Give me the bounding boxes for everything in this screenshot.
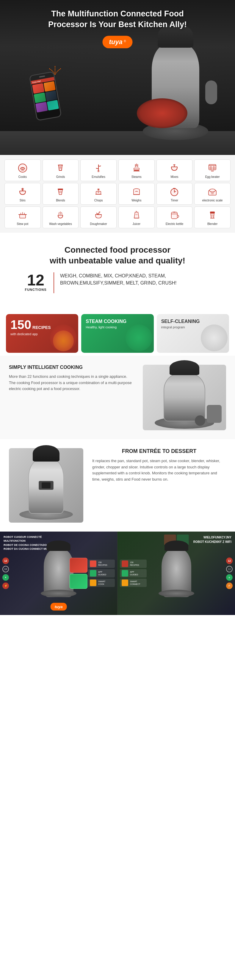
right-mini-card-3: SMARTCONNECT bbox=[120, 579, 147, 587]
weighs-label: Weighs bbox=[131, 199, 141, 202]
svg-point-6 bbox=[98, 191, 99, 193]
right-icon-3: + bbox=[226, 574, 233, 581]
blender-icon bbox=[207, 209, 218, 221]
clean-title: SELF-CLEANING bbox=[161, 318, 225, 324]
right-mini-card-1: 150RECIPES bbox=[120, 560, 147, 568]
egg-beater-icon bbox=[207, 162, 218, 174]
electronic-scale-label: electronic scale bbox=[202, 199, 223, 202]
collage-right-icons: 12 10 + P bbox=[226, 557, 233, 589]
hero-title: The Multifunction Connected Food Process… bbox=[48, 8, 187, 30]
svg-point-12 bbox=[136, 214, 138, 215]
weighs-icon bbox=[131, 186, 142, 197]
wash-vegetables-label: Wash vegetables bbox=[49, 222, 72, 226]
clean-content: SELF-CLEANING integral program bbox=[157, 314, 229, 333]
grinds-label: Grinds bbox=[56, 175, 65, 178]
recipes-number: 150 bbox=[10, 318, 31, 331]
grinds-icon bbox=[54, 162, 66, 174]
collage-right-panel: WIELOFUNKCYJNY ROBOT KUCHENNÝ Z WIFI 12 … bbox=[118, 531, 235, 615]
timer-label: Timer bbox=[171, 199, 178, 202]
feature-cards-section: 150 RECIPES with dedicated app STEAM COO… bbox=[0, 311, 235, 356]
wash-vegetables-icon bbox=[54, 209, 66, 221]
svg-rect-3 bbox=[134, 168, 139, 170]
collage-left-icons: 12 10 + ⚡ bbox=[2, 557, 9, 589]
tuya-logo: tuya ® bbox=[103, 36, 132, 48]
collage-left-panel: ROBOT CUISEUR CONNECTÉ MULTIFONCTION ROB… bbox=[0, 531, 118, 615]
mini-card-2: APPGUIDED bbox=[88, 569, 115, 578]
stirs-icon bbox=[17, 186, 28, 197]
emulsifies-label: Emulsifies bbox=[91, 175, 105, 178]
recipes-label: RECIPES bbox=[32, 325, 50, 330]
emulsifies-icon bbox=[93, 162, 104, 174]
blender-label: Blender bbox=[207, 222, 218, 226]
steam-content: STEAM COOKING Healthy, light cooking bbox=[81, 314, 153, 333]
left-icon-3: + bbox=[2, 574, 9, 581]
clean-sub: integral program bbox=[161, 325, 225, 329]
right-mini-img-1 bbox=[121, 560, 128, 567]
intelligent-product-image bbox=[143, 365, 226, 430]
feature-card-clean: SELF-CLEANING integral program bbox=[157, 314, 229, 353]
intelligent-section: SIMPLY INTELLIGENT COOKING More than 22 … bbox=[0, 356, 235, 439]
recipes-content: 150 RECIPES with dedicated app bbox=[6, 314, 78, 340]
right-icon-2: 10 bbox=[226, 566, 233, 573]
tuya-badge-left: tuya bbox=[50, 603, 67, 611]
function-doughmaker: Doughmaker bbox=[80, 207, 117, 228]
blends-label: Blends bbox=[56, 199, 65, 202]
function-juicer: Juicer bbox=[118, 207, 155, 228]
function-wash-vegetables: Wash vegetables bbox=[43, 207, 79, 228]
right-mini-text-1: 150RECIPES bbox=[130, 561, 139, 566]
hero-phone: Cosy chef bbox=[33, 73, 58, 119]
recipes-sub: with dedicated app bbox=[10, 332, 74, 336]
left-icon-4: ⚡ bbox=[2, 582, 9, 589]
entree-desc: It replaces the pan, standard pot, steam… bbox=[92, 458, 226, 483]
hero-section: Cosy chef tuya ® The Multifunction Conne… bbox=[0, 0, 235, 155]
right-title-text: WIELOFUNKCYJNY ROBOT KUCHENNÝ Z WIFI bbox=[193, 536, 232, 544]
functions-divider bbox=[54, 272, 54, 293]
right-mini-text-2: APPGUIDED bbox=[130, 571, 138, 576]
function-emulsifies: Emulsifies bbox=[80, 159, 117, 181]
right-mini-img-3 bbox=[121, 579, 128, 586]
functions-number-box: 12 FUNCTIONS bbox=[24, 272, 47, 291]
function-blends: Blends bbox=[43, 183, 79, 205]
mixes-label: Mixes bbox=[170, 175, 178, 178]
intelligent-desc: More than 22 functions and cooking techn… bbox=[9, 374, 134, 392]
stirs-label: Stirs bbox=[20, 199, 25, 202]
entree-section: FROM ENTRÉE TO DESSERT It replaces the p… bbox=[0, 439, 235, 531]
function-blender: Blender bbox=[194, 207, 230, 228]
svg-point-2 bbox=[97, 170, 99, 172]
chops-icon bbox=[93, 186, 104, 197]
electronic-scale-icon bbox=[207, 186, 218, 197]
functions-text: WEIGH, COMBINE, MIX, CHOP,KNEAD, STEAM, … bbox=[60, 272, 211, 286]
function-electric-kettle: Electric kettle bbox=[156, 207, 193, 228]
entree-product-image bbox=[9, 448, 83, 523]
hero-product-image bbox=[128, 21, 223, 140]
svg-point-10 bbox=[210, 189, 215, 192]
collage-right-mini-cards: 150RECIPES APPGUIDED SMARTCONNECT bbox=[120, 560, 147, 587]
connected-section: Connected food processor with unbeatable… bbox=[0, 233, 235, 311]
function-weighs: Weighs bbox=[118, 183, 155, 205]
right-mini-img-2 bbox=[121, 570, 128, 577]
svg-rect-14 bbox=[173, 212, 175, 213]
svg-rect-4 bbox=[209, 164, 216, 170]
steams-label: Steams bbox=[131, 175, 142, 178]
connected-title: Connected food processor with unbeatable… bbox=[18, 245, 217, 266]
stew-pot-label: Stew pot bbox=[17, 222, 28, 226]
functions-number: 12 bbox=[27, 272, 44, 288]
feature-card-steam: STEAM COOKING Healthy, light cooking bbox=[81, 314, 153, 353]
mini-card-1: 150RECIPES bbox=[88, 560, 115, 568]
mini-card-text-1: 150RECIPES bbox=[98, 561, 107, 566]
tuya-label-left: tuya bbox=[55, 605, 63, 609]
svg-rect-15 bbox=[210, 212, 215, 213]
function-grinds: Grinds bbox=[43, 159, 79, 181]
right-mini-card-2: APPGUIDED bbox=[120, 569, 147, 578]
svg-rect-11 bbox=[211, 193, 214, 194]
svg-rect-13 bbox=[171, 212, 177, 219]
blends-icon bbox=[54, 186, 66, 197]
juicer-label: Juicer bbox=[132, 222, 140, 226]
juicer-icon bbox=[131, 209, 142, 221]
right-icon-1: 12 bbox=[226, 557, 233, 564]
functions-grid: Cooks Grinds Emulsifies Steams bbox=[5, 159, 230, 228]
steams-icon bbox=[131, 162, 142, 174]
entree-title: FROM ENTRÉE TO DESSERT bbox=[92, 448, 226, 454]
function-egg-beater: Egg beater bbox=[194, 159, 230, 181]
mini-card-3: SMARTCOOK bbox=[88, 579, 115, 587]
